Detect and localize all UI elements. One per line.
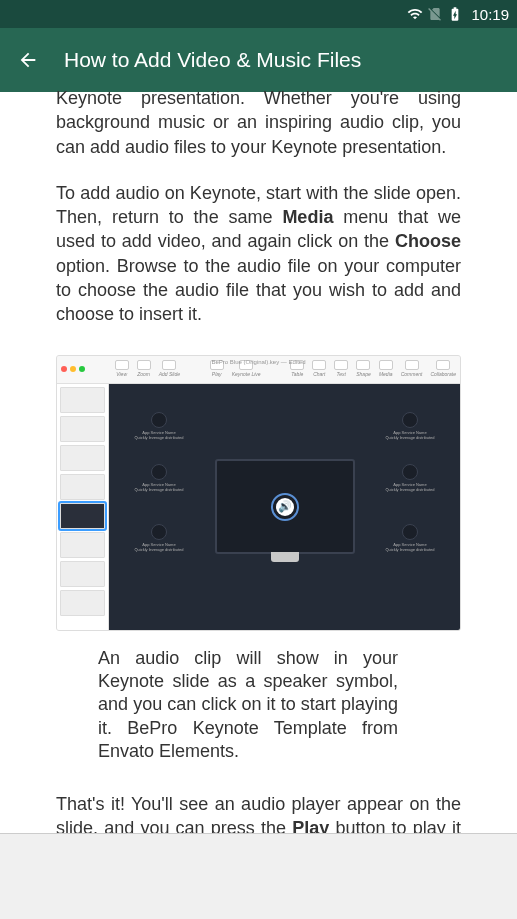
slide-thumb [60,474,105,500]
feature-icon [402,464,418,480]
minimize-dot-icon [70,366,76,372]
keynote-window: BePro Blue (Original).key — Edited View … [56,355,461,631]
bottom-blank-area [0,834,517,919]
feature-icon [402,524,418,540]
keynote-toolbar-left: View Zoom Add Slide [115,360,180,378]
slide-thumb-selected [60,503,105,529]
feature-icon [151,524,167,540]
status-time: 10:19 [471,6,509,23]
figure-caption: An audio clip will show in your Keynote … [98,647,398,764]
window-traffic-lights [61,366,85,372]
keynote-window-title: BePro Blue (Original).key — Edited [211,358,305,366]
bold-media: Media [282,207,333,227]
slide-thumb [60,590,105,616]
keynote-slide-sidebar [57,384,109,630]
article-content: Keynote presentation. Whether you're usi… [0,86,517,889]
status-bar: 10:19 [0,0,517,28]
app-bar: How to Add Video & Music Files [0,28,517,92]
slide-thumb [60,532,105,558]
keynote-toolbar-right: Table Chart Text Shape Media Comment Col… [290,360,456,378]
paragraph-intro: Keynote presentation. Whether you're usi… [56,86,461,159]
speaker-icon: 🔊 [271,493,299,521]
paragraph-instructions: To add audio on Keynote, start with the … [56,181,461,327]
slide-thumb [60,387,105,413]
keynote-body: App Service NameQuickly leverage distrib… [57,384,460,630]
figure-keynote-screenshot: BePro Blue (Original).key — Edited View … [56,355,461,764]
slide-thumb [60,445,105,471]
maximize-dot-icon [79,366,85,372]
slide-thumb [60,561,105,587]
bold-choose: Choose [395,231,461,251]
page-title: How to Add Video & Music Files [64,48,361,72]
feature-icon [402,412,418,428]
feature-icon [151,412,167,428]
arrow-back-icon [17,49,39,71]
no-sim-icon [427,6,443,22]
keynote-canvas: App Service NameQuickly leverage distrib… [109,384,460,630]
back-button[interactable] [16,48,40,72]
monitor-stand [271,552,299,562]
wifi-icon [407,6,423,22]
slide-thumb [60,416,105,442]
feature-icon [151,464,167,480]
monitor-graphic: 🔊 [215,459,355,554]
battery-charging-icon [447,6,463,22]
close-dot-icon [61,366,67,372]
